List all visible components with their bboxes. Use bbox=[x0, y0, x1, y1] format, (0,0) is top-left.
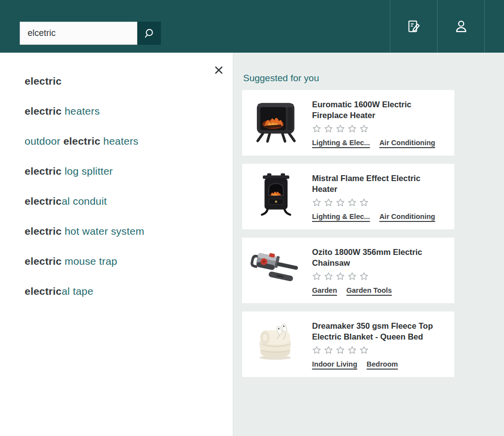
category-link[interactable]: Garden bbox=[312, 286, 337, 294]
close-button[interactable] bbox=[212, 63, 225, 76]
fireplace-heater-image bbox=[250, 96, 301, 149]
rating-stars bbox=[312, 198, 446, 207]
star-icon bbox=[336, 124, 345, 133]
star-icon bbox=[336, 345, 345, 355]
suggestion-suffix: al conduit bbox=[62, 195, 107, 207]
autocomplete-suggestion[interactable]: electric hot water system bbox=[25, 216, 233, 246]
star-icon bbox=[359, 124, 369, 133]
star-icon bbox=[324, 345, 333, 355]
autocomplete-suggestion[interactable]: electric log splitter bbox=[25, 156, 233, 186]
suggestion-match: electric bbox=[63, 135, 100, 147]
suggestion-suffix: hot water system bbox=[62, 225, 144, 237]
star-icon bbox=[359, 272, 369, 281]
product-card[interactable]: Dreamaker 350 gsm Fleece Top Electric Bl… bbox=[242, 311, 454, 377]
electric-blanket-image bbox=[250, 317, 301, 371]
suggested-panel: Suggested for you Euromatic 1600W Electr… bbox=[234, 53, 504, 436]
star-icon bbox=[347, 272, 357, 281]
suggestion-suffix: log splitter bbox=[62, 165, 113, 177]
suggestion-suffix: heaters bbox=[62, 105, 99, 117]
header-actions bbox=[390, 0, 504, 53]
star-icon bbox=[324, 272, 333, 281]
category-link[interactable]: Lighting & Elec... bbox=[312, 213, 370, 220]
suggestion-match: electric bbox=[25, 75, 62, 87]
suggestion-match: electric bbox=[25, 225, 62, 237]
star-icon bbox=[324, 198, 333, 207]
star-icon bbox=[312, 198, 321, 207]
autocomplete-suggestion[interactable]: electrical conduit bbox=[25, 186, 233, 216]
category-link[interactable]: Air Conditioning bbox=[379, 213, 436, 220]
suggestion-match: electric bbox=[25, 255, 62, 267]
star-icon bbox=[347, 198, 357, 207]
suggestion-suffix: al tape bbox=[62, 285, 93, 297]
suggestion-suffix: mouse trap bbox=[62, 255, 117, 267]
search-button[interactable] bbox=[137, 22, 161, 45]
suggestion-match: electric bbox=[25, 165, 62, 177]
category-link[interactable]: Bedroom bbox=[367, 360, 398, 368]
product-image bbox=[250, 96, 301, 149]
suggestion-match: electric bbox=[25, 195, 62, 207]
account-button[interactable] bbox=[437, 0, 484, 53]
category-link[interactable]: Indoor Living bbox=[312, 360, 357, 368]
rating-stars bbox=[312, 345, 446, 355]
product-title[interactable]: Mistral Flame Effect Electric Heater bbox=[312, 173, 446, 194]
star-icon bbox=[359, 345, 369, 355]
product-title[interactable]: Euromatic 1600W Electric Fireplace Heate… bbox=[312, 99, 446, 121]
category-links: Indoor LivingBedroom bbox=[312, 360, 446, 369]
product-card[interactable]: Euromatic 1600W Electric Fireplace Heate… bbox=[242, 90, 454, 156]
chainsaw-image bbox=[250, 244, 301, 297]
suggestion-prefix: outdoor bbox=[25, 135, 63, 147]
star-icon bbox=[324, 124, 333, 133]
star-icon bbox=[347, 345, 357, 355]
suggestion-match: electric bbox=[25, 285, 62, 297]
autocomplete-panel: electric electric heaters outdoor electr… bbox=[0, 53, 233, 436]
search-icon bbox=[143, 28, 155, 39]
rating-stars bbox=[312, 124, 446, 133]
header-spacer bbox=[484, 0, 504, 53]
star-icon bbox=[312, 272, 321, 281]
product-title[interactable]: Dreamaker 350 gsm Fleece Top Electric Bl… bbox=[312, 320, 446, 342]
product-image bbox=[250, 244, 301, 297]
clipboard-pencil-icon bbox=[407, 19, 421, 34]
product-card[interactable]: Ozito 1800W 356mm Electric Chainsaw Gard… bbox=[242, 238, 454, 303]
product-image bbox=[250, 317, 301, 371]
category-links: Lighting & Elec...Air Conditioning bbox=[312, 213, 446, 221]
autocomplete-suggestion[interactable]: electrical tape bbox=[25, 276, 233, 306]
product-card[interactable]: Mistral Flame Effect Electric Heater Lig… bbox=[242, 164, 454, 229]
header bbox=[0, 0, 504, 53]
star-icon bbox=[359, 198, 369, 207]
star-icon bbox=[336, 198, 345, 207]
star-icon bbox=[347, 124, 357, 133]
category-link[interactable]: Lighting & Elec... bbox=[312, 139, 370, 147]
product-title[interactable]: Ozito 1800W 356mm Electric Chainsaw bbox=[312, 247, 446, 268]
lists-button[interactable] bbox=[390, 0, 437, 53]
star-icon bbox=[336, 272, 345, 281]
product-image bbox=[250, 170, 301, 223]
star-icon bbox=[312, 124, 321, 133]
search-overlay-screen: electric electric heaters outdoor electr… bbox=[0, 0, 504, 436]
rating-stars bbox=[312, 272, 446, 281]
star-icon bbox=[312, 345, 321, 355]
close-icon bbox=[214, 65, 223, 75]
search-input[interactable] bbox=[20, 22, 137, 45]
product-cards: Euromatic 1600W Electric Fireplace Heate… bbox=[242, 90, 454, 377]
category-links: GardenGarden Tools bbox=[312, 286, 446, 295]
suggestion-suffix: heaters bbox=[100, 135, 138, 147]
autocomplete-suggestion[interactable]: outdoor electric heaters bbox=[25, 126, 233, 156]
person-icon bbox=[453, 19, 469, 34]
suggested-title: Suggested for you bbox=[243, 72, 504, 84]
category-links: Lighting & Elec...Air Conditioning bbox=[312, 139, 446, 148]
searchbar bbox=[20, 22, 161, 45]
autocomplete-suggestion[interactable]: electric heaters bbox=[25, 96, 233, 126]
category-link[interactable]: Garden Tools bbox=[346, 286, 392, 294]
category-link[interactable]: Air Conditioning bbox=[379, 139, 436, 147]
stove-heater-image bbox=[250, 170, 301, 223]
suggestion-list: electric electric heaters outdoor electr… bbox=[0, 66, 233, 306]
autocomplete-suggestion[interactable]: electric mouse trap bbox=[25, 246, 233, 276]
autocomplete-suggestion[interactable]: electric bbox=[25, 66, 233, 96]
suggestion-match: electric bbox=[25, 105, 62, 117]
